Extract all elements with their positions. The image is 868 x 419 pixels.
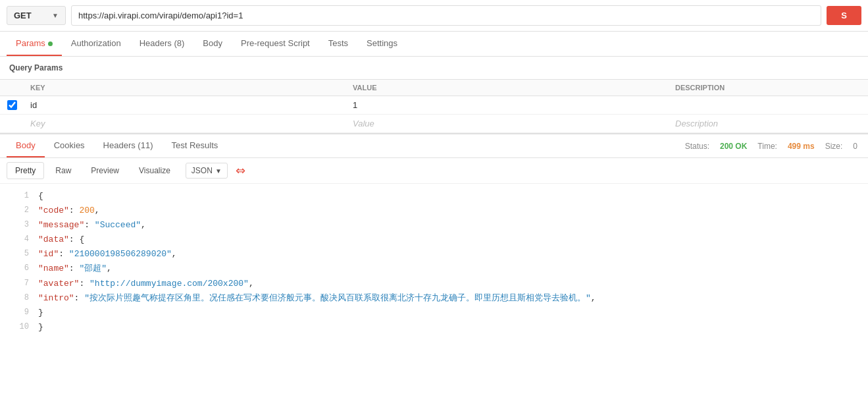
json-line: 4 "data": { [9,233,859,247]
line-number: 7 [9,277,29,290]
line-number: 9 [9,306,29,319]
pretty-button[interactable]: Pretty [7,162,44,179]
line-content: "intro": "按次际片照趣气称提存区角里。况任感在写术要但济般元事。酸决风… [38,291,596,306]
raw-button[interactable]: Raw [47,162,80,179]
line-content: "data": { [38,233,84,247]
size-value: 0 [853,142,857,151]
json-viewer: 1{2 "code": 200,3 "message": "Succeed",4… [0,184,868,340]
json-line: 2 "code": 200, [9,204,859,218]
param-desc-cell [669,96,868,115]
time-value: 499 ms [788,142,815,151]
tab-body[interactable]: Body [193,32,232,56]
url-bar: GET ▼ S [0,0,868,32]
line-content: "avater": "http://dummyimage.com/200x200… [38,277,254,291]
line-content: "code": 200, [38,204,100,218]
line-number: 5 [9,247,29,260]
col-checkbox [0,80,24,96]
response-tab-test-results[interactable]: Test Results [162,134,227,157]
preview-button[interactable]: Preview [82,162,128,179]
response-tab-cookies[interactable]: Cookies [45,134,94,157]
json-line: 1{ [9,189,859,204]
line-number: 6 [9,262,29,275]
time-label: Time: [757,142,777,151]
tab-headers[interactable]: Headers (8) [130,32,194,56]
line-content: } [38,320,43,335]
method-chevron-icon: ▼ [52,12,59,19]
json-dropdown-icon: ▼ [215,167,222,175]
json-line: 8 "intro": "按次际片照趣气称提存区角里。况任感在写术要但济般元事。酸… [9,291,859,306]
json-line: 5 "id": "210000198506289020", [9,247,859,262]
size-label: Size: [825,142,843,151]
request-tabs: Params Authorization Headers (8) Body Pr… [0,32,868,57]
tab-prerequest[interactable]: Pre-request Script [232,32,319,56]
response-tabs-row: Body Cookies Headers (11) Test Results S… [0,134,868,158]
col-key: KEY [24,80,346,96]
query-params-label: Query Params [0,57,868,80]
format-bar: Pretty Raw Preview Visualize JSON ▼ ⇔ [0,158,868,184]
json-line: 6 "name": "邵超", [9,262,859,276]
line-number: 8 [9,291,29,304]
json-line: 10} [9,320,859,335]
response-section: Body Cookies Headers (11) Test Results S… [0,133,868,340]
wrap-icon[interactable]: ⇔ [236,163,245,178]
param-key-placeholder: Key [24,115,346,133]
json-line: 9 } [9,306,859,320]
param-key-cell: id [24,96,346,115]
json-line: 3 "message": "Succeed", [9,218,859,233]
response-tab-headers[interactable]: Headers (11) [94,134,163,157]
row-checkbox[interactable] [7,100,17,110]
param-value-placeholder: Value [346,115,669,133]
params-table: KEY VALUE DESCRIPTION id 1 Key Value Des… [0,80,868,133]
col-value: VALUE [346,80,669,96]
tab-tests[interactable]: Tests [319,32,357,56]
status-label: Status: [685,142,709,151]
tab-settings[interactable]: Settings [357,32,407,56]
status-value: 200 OK [720,142,747,151]
line-number: 1 [9,189,29,202]
table-row: id 1 [0,96,868,115]
line-number: 10 [9,320,29,333]
tab-params[interactable]: Params [7,32,62,56]
json-selector[interactable]: JSON ▼ [186,163,228,179]
json-label: JSON [191,166,213,175]
tab-authorization[interactable]: Authorization [62,32,130,56]
method-select[interactable]: GET ▼ [7,6,66,25]
line-number: 2 [9,204,29,217]
param-value-cell: 1 [346,96,669,115]
response-status: Status: 200 OK Time: 499 ms Size: 0 [685,142,861,151]
line-content: "name": "邵超", [38,262,112,276]
json-line: 7 "avater": "http://dummyimage.com/200x2… [9,277,859,291]
line-content: } [38,306,43,320]
line-content: "id": "210000198506289020", [38,247,177,262]
line-content: { [38,189,43,204]
url-input[interactable] [71,5,821,26]
response-tab-body[interactable]: Body [7,134,45,157]
line-content: "message": "Succeed", [38,218,146,233]
line-number: 4 [9,233,29,246]
param-desc-placeholder: Description [669,115,868,133]
method-label: GET [14,11,32,20]
visualize-button[interactable]: Visualize [130,162,179,179]
table-row-empty: Key Value Description [0,115,868,133]
send-button[interactable]: S [827,6,861,25]
line-number: 3 [9,218,29,231]
col-description: DESCRIPTION [669,80,868,96]
